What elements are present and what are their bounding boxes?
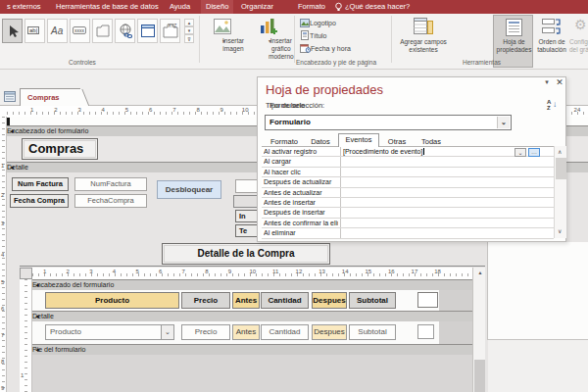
property-value[interactable] — [340, 188, 554, 197]
property-value[interactable] — [340, 198, 554, 207]
property-name[interactable]: Al cargar — [264, 157, 338, 167]
ribbon-tab-2[interactable]: Ayuda — [165, 0, 195, 14]
property-name[interactable]: Al eliminar — [264, 228, 338, 238]
image-frame-icon[interactable] — [92, 19, 113, 43]
subform-header-cell-cantidad[interactable]: Cantidad — [261, 292, 309, 309]
desbloquear-button[interactable]: Desbloquear — [157, 180, 221, 199]
subform-header-cell-antes[interactable]: Antes — [232, 292, 260, 309]
property-grid-scrollbar[interactable]: ∧ ∨ — [554, 146, 566, 238]
property-name[interactable]: Antes de confirmar la elimina — [264, 219, 338, 228]
property-name[interactable]: Después de actualizar — [264, 177, 338, 187]
property-value[interactable] — [340, 219, 554, 227]
subform-detail-antes-label[interactable]: Antes — [232, 324, 260, 340]
combo-dropdown-button[interactable]: ⌄ — [161, 325, 173, 339]
scroll-thumb[interactable] — [474, 360, 485, 392]
insert-image-button[interactable]: Insertar imagen ▾ — [202, 16, 243, 67]
detail-empty-box[interactable] — [417, 324, 434, 339]
field-label-fecha-compra[interactable]: Fecha Compra — [10, 194, 69, 208]
workspace-background — [487, 242, 588, 340]
ruler-number: 14 — [342, 269, 349, 274]
property-sheet-icon — [506, 19, 522, 36]
scroll-thumb[interactable] — [556, 158, 566, 179]
property-name[interactable]: Antes de actualizar — [264, 188, 338, 198]
date-time-button[interactable]: Fecha y hora — [300, 43, 311, 55]
subform-header-cell-producto[interactable]: Producto — [45, 292, 179, 309]
add-existing-fields-button[interactable]: Agregar campos existentes — [393, 16, 454, 67]
document-tab-compras[interactable]: Compras — [20, 88, 80, 106]
ruler-number: 10 — [242, 107, 249, 113]
scroll-down-icon[interactable]: ∨ — [558, 227, 562, 234]
chart-settings-button[interactable]: ⚙ Configuración del gráfico — [569, 16, 588, 67]
property-tab-todas[interactable]: Todas — [415, 136, 448, 147]
gallery-scroll-up[interactable]: ▴ — [184, 19, 194, 26]
ruler-number: 6 — [1, 306, 4, 312]
label-aa-icon[interactable]: Aa — [47, 19, 68, 43]
subform-caption-label[interactable]: Detalle de la Compra — [162, 243, 330, 265]
property-tab-formato[interactable]: Formato — [266, 136, 303, 147]
subform-header-cell-subtotal[interactable]: Subtotal — [349, 292, 396, 309]
tab-control-icon[interactable]: XYZ — [160, 19, 180, 43]
ribbon-tab-1[interactable]: Herramientas de base de datos — [51, 0, 164, 14]
subform-header-cell-precio[interactable]: Precio — [181, 292, 230, 309]
title-button[interactable]: Título — [300, 30, 310, 42]
subform-corner-box[interactable] — [20, 268, 32, 279]
tell-me-box[interactable]: ¿Qué desea hacer? — [340, 0, 415, 14]
field-textbox-fechacompra[interactable]: FechaCompra — [74, 194, 147, 208]
gallery-more-button[interactable]: ⊽ — [184, 34, 194, 43]
subform-detail-section-bar[interactable]: ◄Detalle — [32, 311, 472, 321]
subform-detail-despues-label[interactable]: Despues — [312, 324, 347, 340]
gallery-scroll-down[interactable]: ▾ — [184, 26, 194, 34]
ribbon-tab-3[interactable]: Diseño — [201, 0, 233, 14]
property-value[interactable] — [340, 157, 554, 166]
ribbon-tab-4[interactable]: Organizar — [236, 0, 278, 14]
scroll-up-arrow[interactable]: ▲ — [474, 268, 486, 279]
selection-combobox[interactable]: Formulario ⌄ — [265, 115, 512, 130]
ruler-number: 8 — [205, 269, 208, 274]
property-name[interactable]: Al activar registro — [264, 147, 338, 157]
property-name[interactable]: Después de insertar — [264, 208, 338, 218]
web-browser-icon[interactable] — [137, 19, 158, 43]
ruler-number: 12 — [296, 269, 303, 274]
property-tab-datos[interactable]: Datos — [305, 136, 336, 147]
property-value[interactable] — [340, 177, 554, 186]
property-value[interactable] — [340, 208, 554, 217]
form-title-label[interactable]: Compras — [22, 138, 98, 160]
subform-footer-section-bar[interactable]: ◄Pie del formulario — [32, 344, 472, 355]
property-name[interactable]: Antes de insertar — [264, 198, 338, 208]
header-empty-cell[interactable] — [417, 292, 438, 308]
property-row: Después de actualizar — [262, 177, 554, 187]
subform-detail-cantidad-textbox[interactable]: Cantidad — [261, 324, 309, 340]
sort-az-icon[interactable]: A Z ↓ — [547, 99, 561, 113]
subform-detail-subtotal-textbox[interactable]: Subtotal — [349, 324, 396, 340]
subform-detail-producto-combo[interactable]: Producto⌄ — [45, 324, 174, 340]
ruler-number: 17 — [412, 269, 418, 274]
panel-menu-caret[interactable]: ▾ — [541, 78, 553, 88]
subform-header-section-bar[interactable]: ◄Encabezado del formulario — [32, 279, 472, 290]
field-label-num-factura[interactable]: Num Factura — [12, 177, 69, 191]
ruler-number: 2 — [67, 269, 70, 274]
ribbon-tab-5[interactable]: Formato — [293, 0, 330, 14]
insert-modern-chart-button[interactable]: Insertar gráfico moderno ▾ — [245, 16, 292, 67]
subform-detail-precio-textbox[interactable]: Precio — [181, 324, 230, 340]
tab-order-button[interactable]: Orden de tabulación — [535, 16, 568, 67]
ruler-number: 2 — [1, 192, 4, 198]
ribbon-tab-0[interactable]: s externos — [2, 0, 46, 14]
logo-button[interactable]: Logotipo — [300, 18, 310, 29]
subform-header-cell-despues[interactable]: Despues — [312, 292, 347, 309]
property-value[interactable] — [340, 168, 554, 176]
textbox-icon[interactable]: ab| — [24, 19, 45, 43]
property-tab-otras[interactable]: Otras — [381, 136, 413, 147]
property-name[interactable]: Al hacer clic — [264, 168, 338, 177]
select-arrow-icon[interactable] — [2, 19, 23, 43]
panel-close-button[interactable]: ✕ — [554, 77, 565, 88]
builder-button[interactable]: … — [528, 148, 540, 157]
chevron-down-icon[interactable]: ⌄ — [497, 117, 510, 128]
field-textbox-numfactura[interactable]: NumFactura — [74, 177, 147, 191]
hyperlink-icon[interactable] — [115, 19, 135, 43]
subform-vertical-scrollbar[interactable]: ▲ — [472, 268, 485, 392]
property-tab-eventos[interactable]: Eventos — [338, 133, 379, 147]
property-value[interactable] — [340, 228, 554, 237]
scroll-up-icon[interactable]: ∧ — [558, 148, 562, 155]
event-dropdown-button[interactable]: ⌄ — [514, 148, 526, 157]
button-xxxx-icon[interactable]: xxxx — [70, 19, 90, 43]
